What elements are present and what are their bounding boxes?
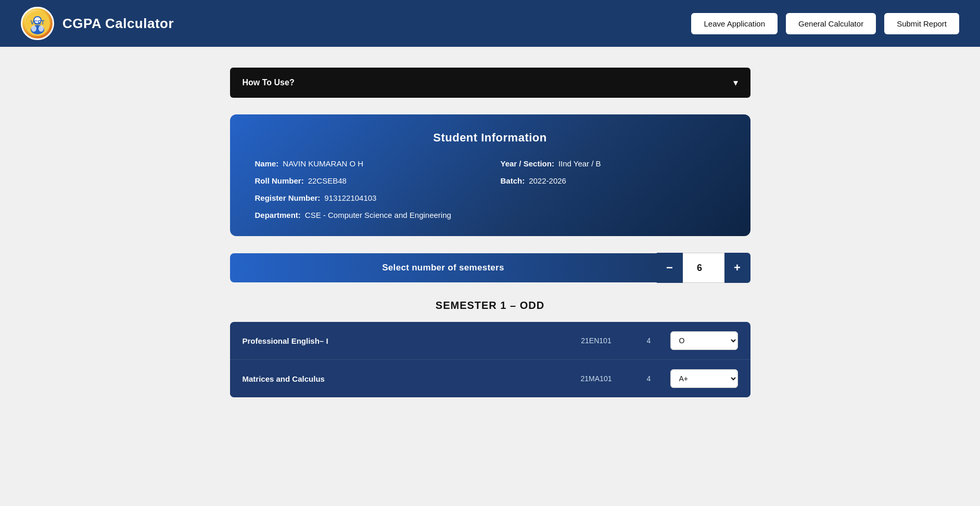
app-title: CGPA Calculator [62, 16, 174, 32]
semester-label: Select number of semesters [230, 253, 657, 282]
decrement-semester-button[interactable]: − [657, 253, 683, 283]
roll-number-row: Roll Number: 22CSEB48 [255, 176, 480, 185]
semester-control: − + [657, 253, 750, 283]
student-info-card: Student Information Name: NAVIN KUMARAN … [230, 114, 750, 236]
register-number-row: Register Number: 913122104103 [255, 193, 726, 202]
header-nav: Leave Application General Calculator Sub… [691, 13, 959, 34]
grade-select[interactable]: O A+ A B+ B C RA SA W [670, 331, 738, 350]
register-number-value: 913122104103 [324, 193, 376, 202]
grade-select[interactable]: A+ O A B+ B C RA SA W [670, 369, 738, 388]
subject-name: Matrices and Calculus [243, 374, 557, 383]
chevron-down-icon: ▾ [733, 77, 738, 88]
header-left: VCET CGPA Calculator [21, 7, 174, 40]
main-content: How To Use? ▾ Student Information Name: … [220, 68, 761, 397]
subject-code: 21MA101 [565, 374, 628, 383]
semester-count-input[interactable] [683, 253, 724, 283]
accordion-title: How To Use? [243, 78, 295, 87]
subject-name: Professional English– I [243, 336, 557, 345]
department-label: Department: [255, 211, 301, 219]
batch-value: 2022-2026 [529, 176, 566, 185]
batch-row: Batch: 2022-2026 [501, 176, 726, 185]
student-info-grid: Name: NAVIN KUMARAN O H Year / Section: … [255, 159, 726, 219]
subject-credits: 4 [636, 336, 662, 345]
how-to-use-accordion[interactable]: How To Use? ▾ [230, 68, 750, 98]
year-section-value: IInd Year / B [558, 159, 601, 168]
semester1-title: SEMESTER 1 – ODD [230, 300, 750, 312]
submit-report-button[interactable]: Submit Report [884, 13, 959, 34]
year-section-label: Year / Section: [501, 159, 554, 168]
general-calculator-button[interactable]: General Calculator [786, 13, 876, 34]
svg-point-5 [39, 25, 44, 32]
logo: VCET [21, 7, 54, 40]
roll-number-label: Roll Number: [255, 176, 304, 185]
year-section-row: Year / Section: IInd Year / B [501, 159, 726, 168]
name-row: Name: NAVIN KUMARAN O H [255, 159, 480, 168]
subject-credits: 4 [636, 374, 662, 383]
app-header: VCET CGPA Calculator Leave Application G… [0, 0, 980, 47]
leave-application-button[interactable]: Leave Application [691, 13, 778, 34]
semester-selector: Select number of semesters − + [230, 253, 750, 283]
roll-number-value: 22CSEB48 [308, 176, 347, 185]
batch-label: Batch: [501, 176, 525, 185]
name-label: Name: [255, 159, 279, 168]
department-value: CSE - Computer Science and Engineering [305, 211, 451, 219]
department-row: Department: CSE - Computer Science and E… [255, 211, 726, 219]
table-row: Matrices and Calculus 21MA101 4 A+ O A B… [230, 360, 750, 397]
accordion-header[interactable]: How To Use? ▾ [230, 68, 750, 98]
svg-point-4 [31, 25, 36, 32]
table-row: Professional English– I 21EN101 4 O A+ A… [230, 322, 750, 360]
subjects-table: Professional English– I 21EN101 4 O A+ A… [230, 322, 750, 397]
student-card-title: Student Information [255, 131, 726, 145]
increment-semester-button[interactable]: + [724, 253, 750, 283]
name-value: NAVIN KUMARAN O H [283, 159, 363, 168]
svg-text:VCET: VCET [31, 20, 45, 25]
subject-code: 21EN101 [565, 336, 628, 345]
register-number-label: Register Number: [255, 193, 321, 202]
